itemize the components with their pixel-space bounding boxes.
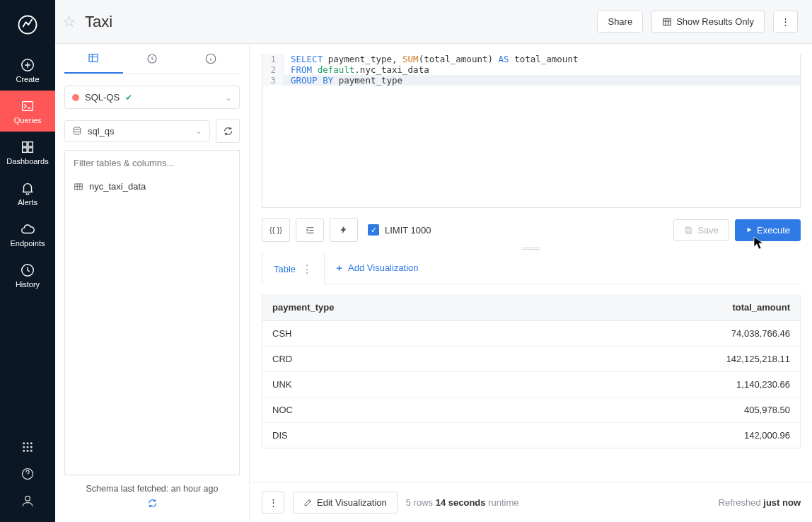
show-results-button[interactable]: Show Results Only	[651, 11, 765, 33]
dots-vertical-icon: ⋮	[269, 497, 278, 508]
nav-dashboards[interactable]: Dashboards	[0, 132, 55, 173]
results-pane: Table ⋮ ＋ Add Visualization payment_type	[250, 252, 812, 482]
svg-rect-6	[28, 148, 33, 152]
terminal-icon	[19, 98, 36, 115]
svg-rect-4	[28, 142, 33, 146]
plus-circle-icon	[19, 57, 36, 74]
save-button[interactable]: Save	[673, 219, 729, 241]
tab-menu-icon[interactable]: ⋮	[301, 262, 313, 276]
nav-label: History	[16, 280, 40, 289]
tables-list: nyc_taxi_data	[64, 175, 240, 475]
table-row[interactable]: CSH74,038,766.46	[262, 321, 800, 347]
table-icon	[74, 182, 83, 192]
favorite-star-icon[interactable]: ☆	[62, 13, 76, 31]
apps-icon[interactable]	[19, 439, 36, 456]
params-button[interactable]: {{ }}	[262, 218, 290, 242]
nav-label: Endpoints	[11, 239, 45, 248]
limit-checkbox[interactable]: ✓ LIMIT 1000	[368, 224, 431, 236]
table-icon	[662, 17, 672, 27]
clock-icon	[19, 262, 36, 279]
results-footer: ⋮ Edit Visualization 5 rows 14 seconds r…	[250, 482, 812, 522]
filter-tables-input[interactable]	[64, 150, 240, 175]
autocomplete-button[interactable]	[330, 218, 358, 242]
table-row[interactable]: NOC405,978.50	[262, 398, 800, 423]
table-row[interactable]: DIS142,000.96	[262, 423, 800, 448]
save-icon	[684, 226, 693, 235]
row-count: 5 rows	[406, 497, 433, 508]
schema-selector[interactable]: sql_qs ⌄	[64, 120, 210, 142]
checkbox-checked-icon: ✓	[368, 224, 379, 236]
more-menu-button[interactable]: ⋮	[773, 11, 798, 33]
query-pane: 1 SELECT payment_type, SUM(total_amount)…	[250, 44, 812, 522]
bell-icon	[19, 180, 36, 197]
nav-label: Dashboards	[6, 157, 48, 166]
table-name: nyc_taxi_data	[89, 181, 146, 192]
cloud-icon	[19, 221, 36, 238]
svg-point-10	[30, 442, 33, 444]
svg-point-16	[30, 450, 33, 452]
cell-total-amount: 1,140,230.66	[528, 372, 800, 398]
cell-payment-type: CRD	[262, 347, 528, 372]
schema-fetched-label: Schema last fetched: an hour ago	[64, 484, 240, 494]
nav-label: Create	[16, 75, 39, 83]
add-visualization-button[interactable]: ＋ Add Visualization	[325, 253, 429, 283]
footer-menu-button[interactable]: ⋮	[262, 491, 284, 514]
results-table: payment_type total_amount CSH74,038,766.…	[262, 294, 801, 448]
nav-label: Alerts	[18, 198, 37, 207]
help-icon[interactable]	[19, 465, 36, 482]
refresh-icon	[223, 126, 233, 137]
table-header-row: payment_type total_amount	[262, 294, 800, 321]
svg-point-9	[27, 442, 29, 444]
table-row[interactable]: UNK1,140,230.66	[262, 372, 800, 398]
cell-total-amount: 142,000.96	[528, 423, 800, 448]
schema-panel: SQL-QS ✔ ⌄ sql_qs ⌄ nyc_tax	[55, 44, 250, 522]
execute-button[interactable]: Execute	[735, 219, 801, 241]
chevron-down-icon: ⌄	[225, 93, 232, 103]
datasource-status-icon	[72, 94, 79, 101]
chevron-down-icon: ⌄	[195, 126, 202, 136]
column-header[interactable]: total_amount	[528, 294, 800, 321]
cell-payment-type: NOC	[262, 398, 528, 423]
svg-point-13	[30, 446, 33, 448]
refresh-schema-button[interactable]	[216, 119, 240, 143]
check-icon: ✔	[125, 93, 132, 103]
table-row[interactable]: CRD142,125,218.11	[262, 347, 800, 372]
svg-point-14	[23, 450, 25, 452]
sql-editor[interactable]: 1 SELECT payment_type, SUM(total_amount)…	[262, 54, 801, 208]
datasource-selector[interactable]: SQL-QS ✔ ⌄	[64, 86, 240, 109]
history-tab[interactable]	[123, 44, 182, 74]
format-button[interactable]	[296, 218, 324, 242]
column-header[interactable]: payment_type	[262, 294, 528, 321]
database-icon	[72, 126, 82, 136]
cell-total-amount: 142,125,218.11	[528, 347, 800, 372]
svg-rect-20	[89, 54, 98, 62]
share-button[interactable]: Share	[597, 11, 643, 33]
user-icon[interactable]	[19, 492, 36, 509]
edit-icon	[303, 498, 313, 507]
grid-icon	[19, 139, 36, 156]
svg-point-11	[23, 446, 25, 448]
svg-point-15	[27, 450, 29, 452]
svg-rect-19	[663, 18, 671, 25]
nav-queries[interactable]: Queries	[0, 91, 55, 132]
nav-create[interactable]: Create	[0, 50, 55, 91]
lightning-icon	[339, 225, 349, 235]
info-tab[interactable]	[181, 44, 240, 74]
schema-tab[interactable]	[64, 44, 123, 74]
table-item[interactable]: nyc_taxi_data	[65, 175, 239, 197]
app-logo[interactable]	[10, 7, 45, 42]
refresh-schema-link[interactable]	[64, 498, 240, 511]
results-tab-table[interactable]: Table ⋮	[262, 253, 325, 284]
left-nav: Create Queries Dashboards Alerts Endpoin…	[0, 0, 55, 522]
edit-visualization-button[interactable]: Edit Visualization	[293, 492, 398, 514]
nav-alerts[interactable]: Alerts	[0, 173, 55, 214]
nav-history[interactable]: History	[0, 255, 55, 296]
nav-endpoints[interactable]: Endpoints	[0, 214, 55, 255]
nav-label: Queries	[14, 116, 42, 124]
svg-point-23	[74, 127, 80, 130]
svg-point-8	[23, 442, 25, 444]
cell-total-amount: 74,038,766.46	[528, 321, 800, 347]
svg-point-12	[27, 446, 29, 448]
page-title: Taxi	[85, 13, 112, 31]
svg-rect-3	[23, 142, 27, 146]
